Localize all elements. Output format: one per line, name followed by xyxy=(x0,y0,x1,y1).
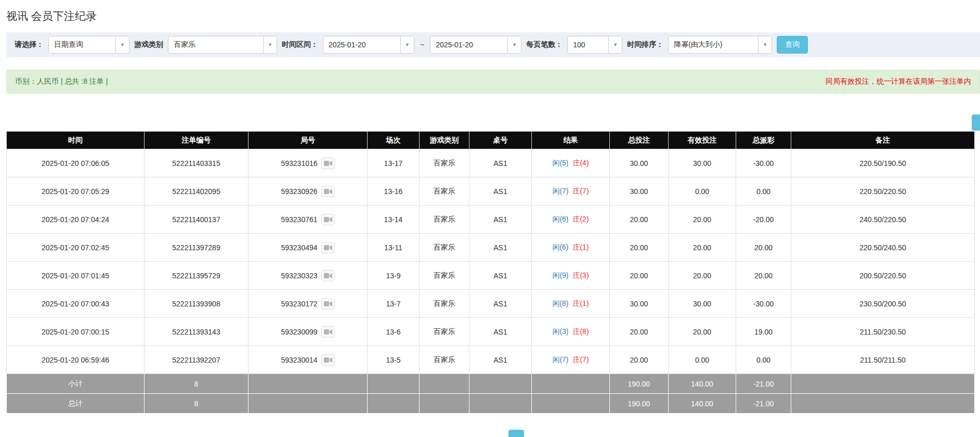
result-player-link[interactable]: 闲(6) xyxy=(552,215,568,223)
footer-empty-cell xyxy=(532,394,610,414)
col-header-payout: 总派彩 xyxy=(736,132,791,149)
result-player-link[interactable]: 闲(5) xyxy=(552,159,568,167)
cell-game-type: 百家乐 xyxy=(420,205,469,234)
chevron-down-icon[interactable]: ▼ xyxy=(115,36,129,53)
result-player-link[interactable]: 闲(3) xyxy=(552,327,568,336)
chevron-down-icon[interactable]: ▼ xyxy=(608,36,622,53)
cell-time: 2025-01-20 07:04:24 xyxy=(7,205,145,234)
search-button[interactable]: 查询 xyxy=(777,36,808,54)
cell-result: 闲(7) 庄(7) xyxy=(532,346,610,374)
edge-action-button[interactable] xyxy=(972,114,980,131)
date-from-input[interactable]: 2025-01-20 ▼ xyxy=(323,36,414,54)
cell-time: 2025-01-20 07:06:05 xyxy=(7,149,145,177)
chevron-down-icon[interactable]: ▼ xyxy=(758,36,772,53)
cell-remark: 211.50/230.50 xyxy=(791,318,975,346)
cell-valid-bet: 20.00 xyxy=(669,234,736,262)
cell-result: 闲(6) 庄(1) xyxy=(532,234,610,262)
footer-empty-cell xyxy=(249,374,368,394)
video-replay-icon[interactable] xyxy=(321,270,335,281)
date-to-value: 2025-01-20 xyxy=(430,36,507,53)
result-player-link[interactable]: 闲(7) xyxy=(552,187,568,195)
page-size-select[interactable]: 100 ▼ xyxy=(567,36,622,54)
cell-result: 闲(6) 庄(2) xyxy=(532,205,610,234)
cell-total-bet[interactable]: 30.00 xyxy=(610,149,669,177)
sort-order-label: 时间排序： xyxy=(627,40,663,49)
cell-session: 13-9 xyxy=(368,262,420,290)
query-type-select[interactable]: 日期查询 ▼ xyxy=(48,36,129,54)
subtotal-valid-bet: 140.00 xyxy=(669,374,736,394)
table-row: 2025-01-20 07:02:45 522211397289 5932304… xyxy=(7,234,975,262)
cell-total-bet[interactable]: 30.00 xyxy=(610,290,669,318)
result-banker-link[interactable]: 庄(1) xyxy=(572,243,589,251)
round-number: 593230014 xyxy=(281,356,317,364)
cell-game-type: 百家乐 xyxy=(420,262,469,290)
footer-empty-cell xyxy=(532,374,610,394)
result-banker-link[interactable]: 庄(4) xyxy=(572,159,589,167)
chevron-down-icon[interactable]: ▼ xyxy=(507,36,521,53)
cell-total-bet[interactable]: 20.00 xyxy=(610,262,669,290)
cell-time: 2025-01-20 07:01:45 xyxy=(7,262,145,290)
result-player-link[interactable]: 闲(6) xyxy=(552,243,568,251)
cell-bet-id: 522211402095 xyxy=(145,177,249,205)
video-replay-icon[interactable] xyxy=(321,354,335,366)
result-banker-link[interactable]: 庄(3) xyxy=(572,271,589,279)
round-number: 593230172 xyxy=(281,300,317,308)
cell-round: 593230099 xyxy=(249,318,368,346)
result-player-link[interactable]: 闲(9) xyxy=(552,271,568,279)
result-banker-link[interactable]: 庄(7) xyxy=(572,355,589,364)
date-to-input[interactable]: 2025-01-20 ▼ xyxy=(430,36,521,54)
result-banker-link[interactable]: 庄(2) xyxy=(572,215,589,223)
chevron-down-icon[interactable]: ▼ xyxy=(263,36,277,53)
cell-round: 593230761 xyxy=(249,205,368,234)
cell-payout: 20.00 xyxy=(736,262,791,290)
footer-empty-cell xyxy=(368,394,420,414)
cell-table-no: AS1 xyxy=(469,290,532,318)
table-row: 2025-01-20 07:00:43 522211393908 5932301… xyxy=(7,290,975,318)
cell-session: 13-5 xyxy=(368,346,420,374)
sort-order-select[interactable]: 降幂(由大到小) ▼ xyxy=(668,36,772,54)
round-number: 593230494 xyxy=(281,243,317,252)
cell-bet-id: 522211393908 xyxy=(145,290,249,318)
cell-total-bet[interactable]: 30.00 xyxy=(610,177,669,205)
cell-valid-bet: 30.00 xyxy=(669,149,736,177)
cell-remark: 240.50/220.50 xyxy=(791,205,975,234)
chevron-down-icon[interactable]: ▼ xyxy=(400,36,414,53)
cell-result: 闲(8) 庄(1) xyxy=(532,290,610,318)
cell-payout: 19.00 xyxy=(736,318,791,346)
video-replay-icon[interactable] xyxy=(321,326,335,338)
cell-time: 2025-01-20 07:00:15 xyxy=(7,318,145,346)
cell-round: 593230014 xyxy=(249,346,368,374)
total-valid-bet: 140.00 xyxy=(669,394,736,414)
cell-payout: -20.00 xyxy=(736,205,791,234)
video-replay-icon[interactable] xyxy=(321,214,335,225)
video-replay-icon[interactable] xyxy=(321,242,335,253)
result-banker-link[interactable]: 庄(7) xyxy=(572,187,589,195)
cell-bet-id: 522211403315 xyxy=(145,149,249,177)
col-header-valid-bet: 有效投注 xyxy=(669,132,736,149)
cell-total-bet[interactable]: 20.00 xyxy=(610,346,669,374)
table-body: 2025-01-20 07:06:05 522211403315 5932310… xyxy=(7,149,975,374)
summary-bar: 币别：人民币 | 总共 :8 注单 | 同局有效投注，统一计算在该局第一张注单内 xyxy=(6,70,980,94)
cell-total-bet[interactable]: 20.00 xyxy=(610,318,669,346)
subtotal-row: 小计 8 190.00 140.00 -21.00 xyxy=(7,374,975,394)
cell-total-bet[interactable]: 20.00 xyxy=(610,205,669,234)
result-banker-link[interactable]: 庄(1) xyxy=(572,299,589,307)
cell-round: 593230323 xyxy=(249,262,368,290)
table-row: 2025-01-20 07:01:45 522211395729 5932303… xyxy=(7,262,975,290)
subtotal-payout: -21.00 xyxy=(736,374,791,394)
result-banker-link[interactable]: 庄(8) xyxy=(572,327,589,336)
video-replay-icon[interactable] xyxy=(321,298,335,310)
cell-session: 13-14 xyxy=(368,205,420,234)
cell-valid-bet: 30.00 xyxy=(669,290,736,318)
result-player-link[interactable]: 闲(7) xyxy=(552,355,568,364)
cell-session: 13-17 xyxy=(368,149,420,177)
cell-total-bet[interactable]: 20.00 xyxy=(610,234,669,262)
pagination-button[interactable] xyxy=(508,430,524,437)
cell-bet-id: 522211392207 xyxy=(145,346,249,374)
result-player-link[interactable]: 闲(8) xyxy=(552,299,568,307)
video-replay-icon[interactable] xyxy=(321,186,335,197)
sort-order-value: 降幂(由大到小) xyxy=(669,36,758,53)
video-replay-icon[interactable] xyxy=(321,158,335,169)
cell-table-no: AS1 xyxy=(469,234,532,262)
game-type-select[interactable]: 百家乐 ▼ xyxy=(168,36,277,54)
